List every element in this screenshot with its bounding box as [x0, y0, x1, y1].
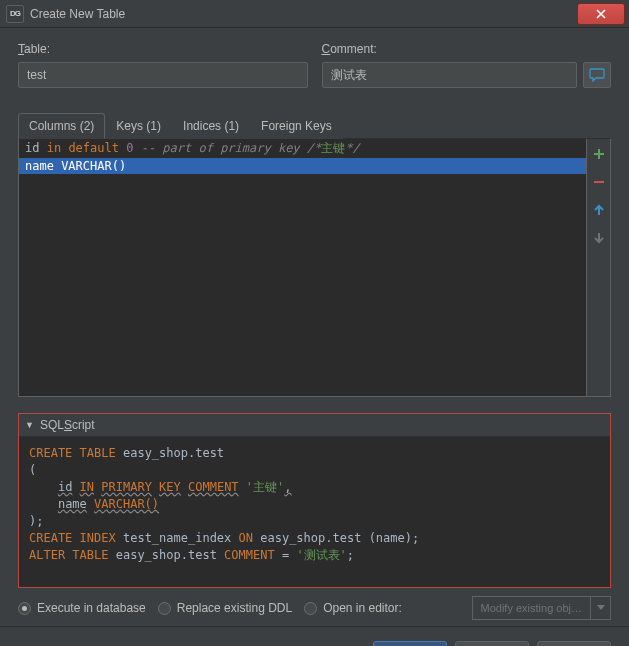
- table-name-input[interactable]: [18, 62, 308, 88]
- app-icon: DG: [6, 5, 24, 23]
- radio-icon: [158, 602, 171, 615]
- execute-options: Execute in database Replace existing DDL…: [18, 596, 611, 620]
- dialog-action-row: Execute Cancel Help: [0, 626, 629, 646]
- minus-icon: [592, 175, 606, 189]
- label-table: Table:: [18, 42, 308, 56]
- columns-pane: id in default 0 -- part of primary key /…: [18, 139, 611, 397]
- editor-target-dropdown[interactable]: Modify existing obj…: [472, 596, 612, 620]
- add-column-button[interactable]: [590, 145, 608, 163]
- tabs: Columns (2) Keys (1) Indices (1) Foreign…: [18, 112, 611, 139]
- speech-bubble-icon: [589, 68, 605, 82]
- titlebar: DG Create New Table: [0, 0, 629, 28]
- column-row-id[interactable]: id in default 0 -- part of primary key /…: [19, 139, 586, 158]
- tab-indices[interactable]: Indices (1): [172, 113, 250, 139]
- close-button[interactable]: [577, 3, 625, 25]
- cancel-button[interactable]: Cancel: [455, 641, 529, 646]
- remove-column-button[interactable]: [590, 173, 608, 191]
- radio-icon: [304, 602, 317, 615]
- sql-script-body[interactable]: CREATE TABLE easy_shop.test ( id IN PRIM…: [19, 437, 610, 587]
- columns-toolbar: [586, 139, 610, 396]
- tab-columns[interactable]: Columns (2): [18, 113, 105, 139]
- chevron-down-icon: ▼: [25, 420, 34, 430]
- sql-script-section: ▼ SQL Script CREATE TABLE easy_shop.test…: [18, 413, 611, 588]
- radio-open-editor[interactable]: Open in editor:: [304, 601, 402, 615]
- plus-icon: [592, 147, 606, 161]
- move-down-button[interactable]: [590, 229, 608, 247]
- tab-keys[interactable]: Keys (1): [105, 113, 172, 139]
- sql-script-toggle[interactable]: ▼ SQL Script: [19, 414, 610, 437]
- chevron-down-icon: [590, 597, 610, 619]
- arrow-up-icon: [592, 203, 606, 217]
- label-comment: Comment:: [322, 42, 612, 56]
- move-up-button[interactable]: [590, 201, 608, 219]
- window-title: Create New Table: [30, 7, 125, 21]
- form-area: Table: Comment:: [0, 28, 629, 104]
- tab-foreign-keys[interactable]: Foreign Keys: [250, 113, 343, 139]
- radio-execute-db[interactable]: Execute in database: [18, 601, 146, 615]
- execute-button[interactable]: Execute: [373, 641, 447, 646]
- comment-input[interactable]: [322, 62, 578, 88]
- column-row-name[interactable]: name VARCHAR(): [19, 158, 586, 174]
- radio-replace-ddl[interactable]: Replace existing DDL: [158, 601, 292, 615]
- arrow-down-icon: [592, 231, 606, 245]
- comment-expand-button[interactable]: [583, 62, 611, 88]
- radio-icon: [18, 602, 31, 615]
- columns-list[interactable]: id in default 0 -- part of primary key /…: [19, 139, 586, 396]
- close-icon: [596, 9, 606, 19]
- help-button[interactable]: Help: [537, 641, 611, 646]
